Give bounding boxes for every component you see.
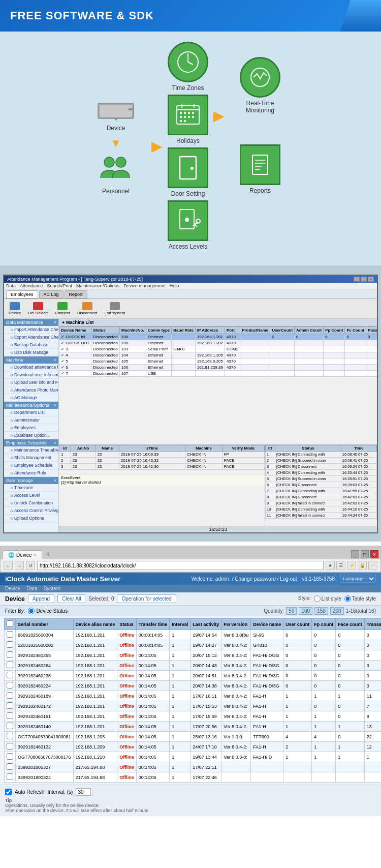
sidebar-section-data[interactable]: Data Maintenance× [4,319,58,326]
nav-refresh-btn[interactable]: ↺ [26,561,35,570]
device-table-row[interactable]: 66691825600304 192.168.1.201 Offline 00:… [5,630,382,640]
device-table-row[interactable]: 3399201800324 217.65.194.88 Offline 00:1… [5,772,382,783]
close-btn[interactable]: × [368,277,374,282]
table-row[interactable]: ✓ 6Disconnected106Ethernet101.81.228.394… [59,365,377,371]
menu-attendance[interactable]: Attendance [20,283,43,288]
nav-ext3-btn[interactable]: ⋯ [368,561,377,570]
menu-search[interactable]: Search/Print [47,283,73,288]
sidebar-section-machine[interactable]: Machine× [4,356,58,364]
sidebar-item-upload[interactable]: Upload Options [4,515,58,522]
sidebar-item-export[interactable]: Export Attendance Checking Data [4,334,58,341]
table-style-option[interactable]: Table style [344,595,376,602]
device-table-row[interactable]: OGT70040570041300081 192.168.1.205 Offli… [5,732,382,742]
tab-employees[interactable]: Employees [6,290,38,298]
sidebar-item-accesslevel[interactable]: Access Level [4,492,58,499]
nav-menu-btn[interactable]: ☰ [336,561,345,570]
table-row[interactable]: ✓ 5Disconnected105Ethernet192.168.0.2054… [59,358,377,365]
nav-forward-btn[interactable]: → [15,561,24,570]
toolbar-exit-btn[interactable]: Exit system [102,301,128,317]
device-table-row[interactable]: 3929182460122 192.168.1.209 Offline 00:1… [5,742,382,752]
maximize-btn[interactable]: □ [361,277,367,282]
sidebar-item-upload-user[interactable]: Upload user info and FP [4,379,58,386]
table-row[interactable]: ✓ 4Disconnected104Ethernet192.168.1.2054… [59,352,377,358]
device-table-row[interactable]: 3929182460224 192.168.1.201 Offline 00:1… [5,681,382,691]
sidebar-item-dbopt[interactable]: Database Option... [4,432,58,439]
nav-system[interactable]: System [44,586,60,591]
browser-tab-close[interactable]: × [34,553,37,558]
table-row[interactable]: ✓ CHECK INDisconnected108Ethernet192.168… [59,334,377,340]
sidebar-item-attrule[interactable]: Attendance Rule [4,469,58,477]
device-table-row[interactable]: 3929182460265 192.168.1.201 Offline 00:1… [5,650,382,661]
sidebar-item-admin[interactable]: Administrator [4,416,58,424]
address-bar[interactable] [37,561,324,570]
device-table-row[interactable]: 3929182460236 192.168.1.201 Offline 00:1… [5,671,382,681]
sidebar-item-download-user[interactable]: Download user info and Fp [4,371,58,379]
minimize-btn[interactable]: _ [354,277,360,282]
qty-150-btn[interactable]: 150 [314,607,328,615]
device-status-filter[interactable]: Device Status [28,608,68,614]
device-table-row[interactable]: 3929182460172 192.168.1.201 Offline 00:1… [5,701,382,711]
nav-data[interactable]: Data [27,586,38,591]
menu-help[interactable]: Help [170,283,179,288]
auto-refresh-checkbox[interactable] [5,789,12,795]
browser-maximize[interactable]: □ [361,550,369,558]
sidebar-item-privilege[interactable]: Access Control Privilege [4,507,58,515]
tab-report[interactable]: Report [65,290,87,298]
device-table-row[interactable]: 3929182460264 192.168.1.201 Offline 00:1… [5,661,382,671]
sidebar-item-acmanage[interactable]: AC Manage [4,394,58,402]
clear-all-btn[interactable]: Clear All [57,594,85,603]
device-table-row[interactable]: 3399201805327 217.65.194.88 Offline 00:1… [5,762,382,772]
sidebar-section-maintenance[interactable]: Maintenance/Options× [4,402,58,409]
sidebar-section-door[interactable]: door manage× [4,477,58,484]
language-select[interactable]: Language-- [340,575,376,583]
sidebar-item-download-att[interactable]: Download attendance logs [4,364,58,371]
interval-input[interactable] [76,788,91,796]
browser-new-tab[interactable]: + [43,548,53,559]
sidebar-item-dept[interactable]: Department List [4,409,58,416]
sidebar-item-import[interactable]: Import Attendance Checking Data [4,326,58,334]
log-row[interactable]: 223232018-07-25 16:42:32CHECK INFACE [59,458,265,464]
nav-ext2-btn[interactable]: 🔒 [358,561,367,570]
device-table-row[interactable]: 52031825600202 192.168.1.201 Offline 00:… [5,640,382,650]
nav-back-btn[interactable]: ← [4,561,13,570]
sidebar-item-unlock[interactable]: Unlock Combination [4,499,58,507]
sidebar-item-backup[interactable]: Backup Database [4,341,58,349]
table-row[interactable]: ✓ 7Disconnected107USB3204 [59,371,377,377]
sidebar-item-usb[interactable]: Usb Disk Manage [4,349,58,356]
operation-btn[interactable]: Operation for selected [117,594,176,603]
append-btn[interactable]: Append [28,594,54,603]
toolbar-connect-btn[interactable]: Connect [52,301,73,317]
sidebar-item-empschedule[interactable]: Employee Schedule [4,462,58,469]
menu-data[interactable]: Data [6,283,16,288]
sidebar-item-shifts[interactable]: Shifts Management [4,454,58,462]
table-row[interactable]: ✓ CHECK OUTDisconnected109Ethernet192.16… [59,340,377,346]
nav-ext1-btn[interactable]: ⚡ [347,561,356,570]
menu-device[interactable]: Device management [123,283,166,288]
toolbar-device-btn[interactable]: Device [6,301,23,317]
toolbar-disconnect-btn[interactable]: Disconnect [75,301,100,317]
device-table-row[interactable]: OGT70800607073000176 192.168.1.210 Offli… [5,752,382,762]
browser-minimize[interactable]: _ [351,550,359,558]
nav-star-btn[interactable]: ★ [326,561,335,570]
browser-tab-device[interactable]: 🌐 Device × [3,550,42,559]
qty-50-btn[interactable]: 50 [286,607,297,615]
table-row[interactable]: ✓ 3Disconnected103Serial Port/38400COM2 [59,346,377,352]
qty-200-btn[interactable]: 200 [330,607,344,615]
qty-100-btn[interactable]: 100 [299,607,312,615]
tab-aclog[interactable]: AC Log [39,290,64,298]
sidebar-section-schedule[interactable]: Employee Schedule× [4,439,58,446]
toolbar-deldevice-btn[interactable]: Del Device [25,301,50,317]
menu-maintenance[interactable]: Maintenance/Options [76,283,119,288]
sidebar-item-photo[interactable]: Attendance Photo Management [4,386,58,394]
device-table-row[interactable]: 3929182460189 192.168.1.201 Offline 00:1… [5,691,382,701]
device-table-row[interactable]: 3929182460140 192.168.1.201 Offline 00:1… [5,722,382,732]
sidebar-item-employees[interactable]: Employees [4,424,58,432]
browser-close[interactable]: × [370,550,378,558]
log-row[interactable]: 123232018-07-25 16:09:39CHECK INFP [59,452,265,458]
device-table-row[interactable]: 3929182460161 192.168.1.201 Offline 00:1… [5,711,382,722]
list-style-option[interactable]: List style [314,595,341,602]
nav-device[interactable]: Device [5,586,21,591]
sidebar-item-timezone[interactable]: Timezone [4,484,58,492]
window-controls[interactable]: _ □ × [354,277,374,282]
sidebar-item-timetables[interactable]: Maintenance Timetables [4,446,58,454]
